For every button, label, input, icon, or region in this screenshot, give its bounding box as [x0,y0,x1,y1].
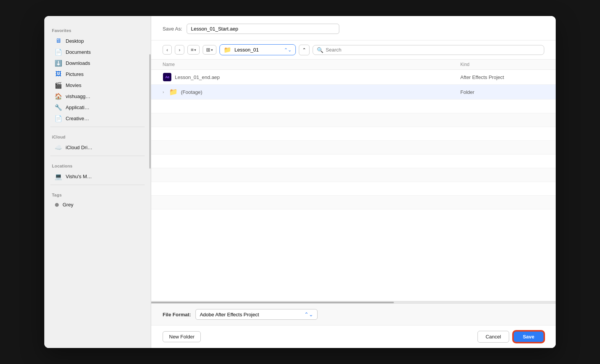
file-row-1[interactable]: › 📁 (Footage) Folder [151,85,556,100]
sidebar: Favorites 🖥 Desktop 📄 Documents ⬇️ Downl… [44,16,151,348]
sidebar-macintosh-label: Vishu's M… [66,174,92,179]
empty-row-1 [151,100,556,113]
save-as-label: Save As: [163,26,182,32]
empty-row-3 [151,127,556,141]
toolbar-row: ‹ › ≡ ▾ ⊞ ▾ 📁 Lesson_01 ⌃⌄ [151,40,556,60]
file-format-row: File Format: Adobe After Effects Project… [151,303,556,325]
sidebar-divider-3 [50,185,145,185]
file-format-label: File Format: [163,312,191,317]
downloads-icon: ⬇️ [55,60,62,66]
save-as-row: Save As: [151,16,556,40]
icloud-label: iCloud [44,130,151,142]
select-arrows-icon: ⌃⌄ [304,311,313,317]
empty-row-8 [151,196,556,209]
empty-row-4 [151,141,556,155]
col-name-label: Name [163,62,460,67]
sidebar-pictures-label: Pictures [66,71,84,77]
sidebar-item-applications[interactable]: 🔧 Applicati… [47,102,148,113]
list-dropdown-icon: ▾ [194,48,196,52]
search-box: 🔍 [313,45,544,55]
cancel-button[interactable]: Cancel [477,331,509,343]
new-folder-button[interactable]: New Folder [163,331,201,342]
home-icon: 🏠 [55,93,62,100]
location-dropdown[interactable]: 📁 Lesson_01 ⌃⌄ [219,44,296,55]
sidebar-item-desktop[interactable]: 🖥 Desktop [47,35,148,46]
sidebar-home-label: vishuagg… [66,93,90,99]
sidebar-movies-label: Movies [66,82,81,88]
search-input[interactable] [326,47,540,53]
save-dialog: Favorites 🖥 Desktop 📄 Documents ⬇️ Downl… [44,16,556,348]
sidebar-item-grey[interactable]: Grey [47,200,148,209]
col-kind-label: Kind [460,62,544,67]
sidebar-item-icloud[interactable]: ☁️ iCloud Dri… [47,142,148,153]
file-row-0[interactable]: Ae Lesson_01_end.aep After Effects Proje… [151,70,556,85]
buttons-row: New Folder Cancel Save [151,325,556,348]
main-content: Save As: ‹ › ≡ ▾ ⊞ ▾ [151,16,556,348]
back-icon: ‹ [166,47,168,53]
sidebar-item-home[interactable]: 🏠 vishuagg… [47,91,148,101]
sidebar-applications-label: Applicati… [66,105,89,110]
sidebar-item-documents[interactable]: 📄 Documents [47,47,148,57]
documents-icon: 📄 [55,48,62,55]
save-as-input[interactable] [187,24,339,34]
expand-button[interactable]: ⌃ [299,45,310,55]
sidebar-divider-2 [50,156,145,156]
file-kind-text-1: Folder [460,89,544,95]
save-button[interactable]: Save [513,331,544,343]
sidebar-desktop-label: Desktop [66,38,84,44]
sidebar-item-movies[interactable]: 🎬 Movies [47,80,148,90]
search-icon: 🔍 [317,47,323,53]
horizontal-scrollbar[interactable] [151,301,556,303]
sidebar-item-macintosh[interactable]: 💻 Vishu's M… [47,171,148,182]
macintosh-icon: 💻 [55,173,62,180]
ae-file-icon: Ae [163,72,172,82]
list-icon: ≡ [191,47,194,53]
forward-icon: › [179,47,180,53]
empty-row-6 [151,168,556,182]
file-list-header: Name Kind [151,60,556,70]
grid-icon: ⊞ [206,47,210,53]
sidebar-creative-label: Creative… [66,116,89,121]
file-name-text-1: (Footage) [181,89,202,95]
sidebar-downloads-label: Downloads [66,60,90,66]
movies-icon: 🎬 [55,82,62,89]
grey-tag-dot [55,203,59,207]
file-kind-text-0: After Effects Project [460,74,544,80]
creative-icon: 📄 [55,115,62,122]
sidebar-item-pictures[interactable]: 🖼 Pictures [47,69,148,79]
back-button[interactable]: ‹ [163,45,172,55]
file-name-cell-0: Ae Lesson_01_end.aep [163,72,460,82]
sidebar-documents-label: Documents [66,49,91,55]
locations-label: Locations [44,159,151,171]
right-buttons: Cancel Save [477,331,544,343]
grid-view-button[interactable]: ⊞ ▾ [203,45,216,55]
empty-row-5 [151,155,556,168]
dialog-overlay: Favorites 🖥 Desktop 📄 Documents ⬇️ Downl… [0,0,600,364]
file-format-select[interactable]: Adobe After Effects Project ⌃⌄ [195,309,318,320]
location-folder-icon: 📁 [224,46,231,53]
list-view-button[interactable]: ≡ ▾ [187,45,200,55]
empty-row-7 [151,182,556,196]
tags-label: Tags [44,188,151,200]
location-chevron-icon: ⌃⌄ [284,47,292,53]
expand-icon: ⌃ [302,47,306,53]
sidebar-item-downloads[interactable]: ⬇️ Downloads [47,58,148,68]
scrollbar-handle [151,302,394,303]
applications-icon: 🔧 [55,104,62,111]
folder-expand-icon[interactable]: › [163,90,164,94]
empty-row-2 [151,113,556,127]
folder-icon: 📁 [169,88,177,96]
folder-file-icon: 📁 [169,87,178,97]
desktop-icon: 🖥 [55,37,62,44]
file-name-cell-1: › 📁 (Footage) [163,87,460,97]
pictures-icon: 🖼 [55,71,62,77]
file-format-value: Adobe After Effects Project [200,312,301,317]
file-name-text-0: Lesson_01_end.aep [175,74,220,80]
location-name: Lesson_01 [234,47,281,53]
forward-button[interactable]: › [175,45,184,55]
favorites-label: Favorites [44,24,151,35]
sidebar-scrollbar[interactable] [149,54,151,169]
icloud-icon: ☁️ [55,144,62,151]
sidebar-item-creative[interactable]: 📄 Creative… [47,113,148,124]
sidebar-icloud-label: iCloud Dri… [66,145,92,150]
